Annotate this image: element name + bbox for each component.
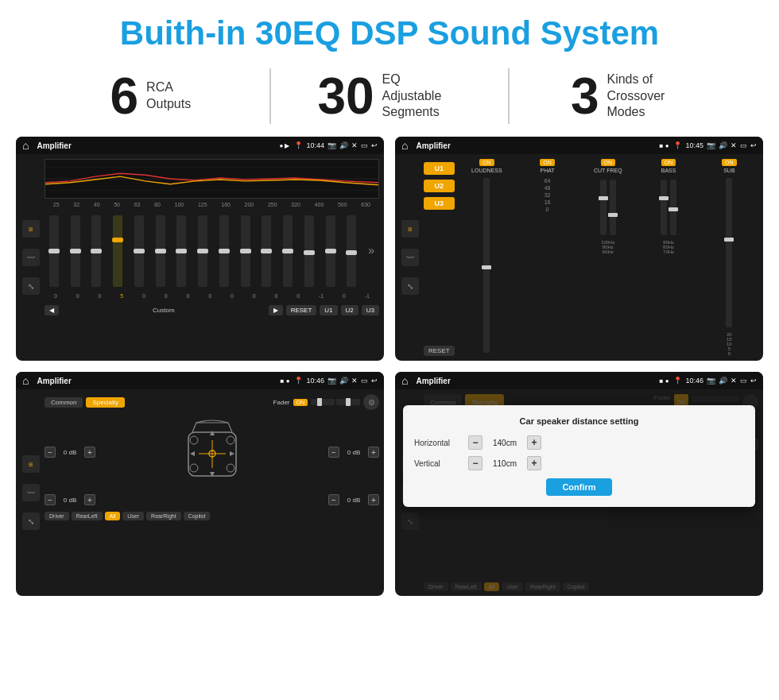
u3-button[interactable]: U3 xyxy=(424,197,455,210)
fader-db-1: 0 dB xyxy=(59,449,81,456)
crossover-location-icon: 📍 xyxy=(673,141,682,149)
screens-grid: ⌂ Amplifier ● ▶ 📍 10:44 📷 🔊 ✕ ▭ ↩ ≡ 〰 ⤡ xyxy=(0,137,779,604)
fader-plus-4[interactable]: + xyxy=(368,494,379,505)
crossover-sidebar-icon-3[interactable]: ⤡ xyxy=(401,277,419,295)
fader-sidebar-icon-3[interactable]: ⤡ xyxy=(22,512,40,530)
fader-plus-1[interactable]: + xyxy=(84,447,95,458)
bass-track-g[interactable] xyxy=(670,180,676,235)
home-icon-fader[interactable]: ⌂ xyxy=(22,374,29,387)
fader-minus-4[interactable]: − xyxy=(328,494,339,505)
fader-h-track-1[interactable] xyxy=(311,399,335,405)
eq-slider-11[interactable] xyxy=(262,215,271,287)
eq-slider-2[interactable] xyxy=(71,215,80,287)
dialog-horizontal-plus[interactable]: + xyxy=(527,435,541,450)
fader-db-3: 0 dB xyxy=(59,497,81,504)
fader-minus-1[interactable]: − xyxy=(45,447,56,458)
sub-on-btn[interactable]: ON xyxy=(722,159,737,166)
fader-minus-3[interactable]: − xyxy=(45,494,56,505)
cutfreq-on-btn[interactable]: ON xyxy=(601,159,616,166)
eq-slider-1[interactable] xyxy=(49,215,59,287)
rear-right-btn[interactable]: RearRight xyxy=(146,512,181,520)
user-btn[interactable]: User xyxy=(122,512,144,520)
eq-slider-7[interactable] xyxy=(176,215,186,287)
bass-track-f[interactable] xyxy=(661,180,667,235)
bass-on-btn[interactable]: ON xyxy=(661,159,676,166)
eq-sidebar-icon-1[interactable]: ≡ xyxy=(22,220,40,238)
crossover-rect-icon[interactable]: ▭ xyxy=(740,141,747,149)
eq-slider-9[interactable] xyxy=(219,215,229,287)
eq-rect-icon[interactable]: ▭ xyxy=(361,141,368,149)
loudness-on-btn[interactable]: ON xyxy=(479,159,494,166)
copilot-btn[interactable]: Copilot xyxy=(184,512,211,520)
home-icon-distance[interactable]: ⌂ xyxy=(401,374,408,387)
crossover-back-icon[interactable]: ↩ xyxy=(750,141,757,149)
eq-sidebar-icon-3[interactable]: ⤡ xyxy=(22,277,40,295)
cutfreq-track-f[interactable] xyxy=(610,180,616,235)
dialog-vertical-plus[interactable]: + xyxy=(527,456,541,470)
eq-content: ≡ 〰 ⤡ xyxy=(16,154,384,361)
dialog-horizontal-value: 140cm xyxy=(489,439,521,447)
driver-btn[interactable]: Driver xyxy=(45,512,69,520)
phat-on-btn[interactable]: ON xyxy=(540,159,555,166)
loudness-track[interactable] xyxy=(483,178,490,353)
fader-sidebar-icon-1[interactable]: ≡ xyxy=(22,455,40,473)
fader-plus-2[interactable]: + xyxy=(368,447,379,458)
home-icon-eq[interactable]: ⌂ xyxy=(22,139,29,152)
eq-slider-3[interactable] xyxy=(91,215,101,287)
crossover-sidebar-icon-1[interactable]: ≡ xyxy=(401,220,419,238)
svg-point-9 xyxy=(227,436,234,444)
cutfreq-track-g[interactable] xyxy=(600,180,607,235)
dialog-confirm-button[interactable]: Confirm xyxy=(546,478,611,496)
specialty-tab[interactable]: Specialty xyxy=(86,397,124,408)
fader-x-icon[interactable]: ✕ xyxy=(351,377,358,385)
cutfreq-label: CUT FREQ xyxy=(594,168,622,173)
fader-back-icon[interactable]: ↩ xyxy=(371,377,378,385)
distance-x-icon[interactable]: ✕ xyxy=(731,377,737,385)
eq-slider-6[interactable] xyxy=(156,215,165,287)
fader-h-track-2[interactable] xyxy=(336,399,360,405)
dialog-vertical-minus[interactable]: − xyxy=(468,456,483,470)
fader-sidebar-icon-2[interactable]: 〰 xyxy=(22,484,40,501)
fader-minus-2[interactable]: − xyxy=(328,447,339,458)
freq-320: 320 xyxy=(291,202,300,207)
eq-slider-10[interactable] xyxy=(241,215,250,287)
eq-u3-btn[interactable]: U3 xyxy=(362,305,379,315)
eq-sidebar-icon-2[interactable]: 〰 xyxy=(22,249,40,266)
eq-slider-12[interactable] xyxy=(283,215,293,287)
eq-reset-btn[interactable]: RESET xyxy=(286,305,317,315)
crossover-reset-btn[interactable]: RESET xyxy=(424,346,455,356)
sub-track[interactable] xyxy=(726,178,732,327)
eq-slider-14[interactable] xyxy=(326,215,335,287)
crossover-sidebar: ≡ 〰 ⤡ xyxy=(400,159,421,356)
eq-prev-btn[interactable]: ◀ xyxy=(45,305,59,315)
distance-rect-icon[interactable]: ▭ xyxy=(740,377,747,385)
fader-rect-icon[interactable]: ▭ xyxy=(361,377,368,385)
sub-col: ON SUB 20151050 xyxy=(700,159,758,356)
freq-200: 200 xyxy=(245,202,254,207)
eq-slider-13[interactable] xyxy=(304,215,314,287)
u1-button[interactable]: U1 xyxy=(424,162,455,175)
crossover-x-icon[interactable]: ✕ xyxy=(731,141,737,149)
eq-more-icon[interactable]: » xyxy=(368,244,374,257)
eq-back-icon[interactable]: ↩ xyxy=(371,141,378,149)
common-tab[interactable]: Common xyxy=(45,397,83,408)
home-icon-crossover[interactable]: ⌂ xyxy=(401,139,408,152)
eq-slider-4[interactable] xyxy=(113,215,122,287)
all-btn[interactable]: All xyxy=(105,512,121,520)
fader-on-btn[interactable]: ON xyxy=(293,399,308,406)
eq-x-icon[interactable]: ✕ xyxy=(351,141,358,149)
eq-slider-15[interactable] xyxy=(347,215,356,287)
crossover-sidebar-icon-2[interactable]: 〰 xyxy=(401,249,419,266)
eq-play-btn[interactable]: ▶ xyxy=(269,305,283,315)
dialog-horizontal-minus[interactable]: − xyxy=(468,435,483,450)
u2-button[interactable]: U2 xyxy=(424,180,455,192)
settings-icon[interactable]: ⚙ xyxy=(363,394,379,410)
fader-plus-3[interactable]: + xyxy=(84,494,95,505)
freq-100: 100 xyxy=(175,202,184,207)
eq-u2-btn[interactable]: U2 xyxy=(341,305,358,315)
rear-left-btn[interactable]: RearLeft xyxy=(72,512,103,520)
eq-slider-8[interactable] xyxy=(198,215,207,287)
eq-u1-btn[interactable]: U1 xyxy=(320,305,337,315)
distance-back-icon[interactable]: ↩ xyxy=(750,377,757,385)
eq-slider-5[interactable] xyxy=(134,215,144,287)
